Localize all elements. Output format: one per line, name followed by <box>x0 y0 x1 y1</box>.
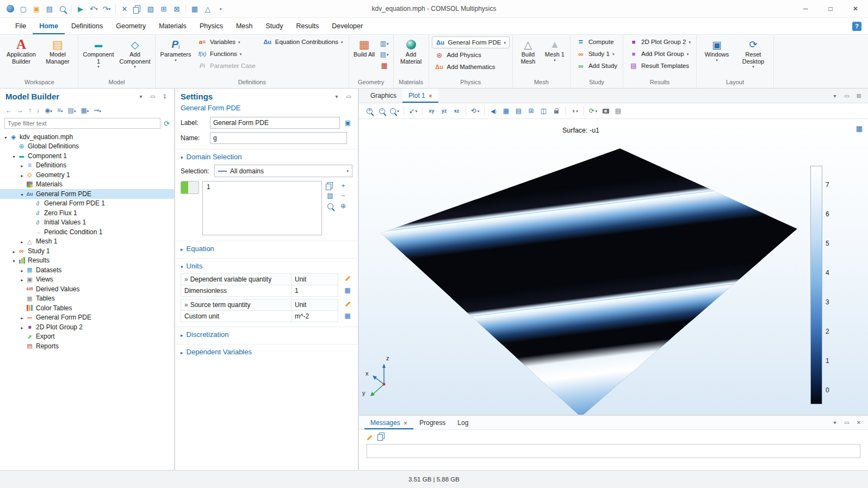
float-panel-icon[interactable]: ▭ <box>345 92 352 100</box>
paste-icon[interactable]: ▧ <box>145 3 157 15</box>
tree-node-mesh-1[interactable]: Mesh 1 <box>0 237 174 247</box>
section-dependent-variables[interactable]: Dependent Variables <box>175 344 358 358</box>
go-to-default-view-icon[interactable]: ↙▾ <box>408 105 418 117</box>
scene-light-icon[interactable]: ◑▾ <box>569 105 580 117</box>
parameters-button[interactable]: Parameters ▾ <box>158 36 193 62</box>
label-input[interactable] <box>210 117 340 129</box>
source-quantity-cell[interactable]: Custom unit <box>181 311 292 322</box>
tree-node-results[interactable]: Results <box>0 256 174 266</box>
plot-settings-icon[interactable]: ⊞ <box>526 105 536 117</box>
add-physics-button[interactable]: Add Physics <box>432 49 510 60</box>
view-xz-icon[interactable]: xz <box>451 105 462 117</box>
sound-icon[interactable] <box>488 105 499 117</box>
edit-unit-icon[interactable] <box>343 273 352 283</box>
tree-node-color-tables[interactable]: Color Tables <box>0 303 174 313</box>
mesh-1-button[interactable]: Mesh 1 ▾ <box>542 36 567 62</box>
build-mesh-button[interactable]: Build Mesh <box>516 36 541 65</box>
tree-node-geometry-1[interactable]: Geometry 1 <box>0 170 174 180</box>
component-1-button[interactable]: Component 1 ▾ <box>81 36 116 68</box>
remove-from-selection-icon[interactable]: − <box>338 191 348 200</box>
image-snapshot-icon[interactable]: ▦ <box>501 105 511 117</box>
plot-area[interactable]: Surface: -u1 ▦ <box>359 119 868 415</box>
tab-developer[interactable]: Developer <box>325 18 369 34</box>
view-xy-icon[interactable]: xy <box>426 105 437 117</box>
tree-node-general-form-pde-1[interactable]: General Form PDE 1 <box>0 199 174 209</box>
study-1-button[interactable]: Study 1 ▾ <box>573 48 620 59</box>
section-equation[interactable]: Equation <box>175 241 358 255</box>
show-options-icon[interactable]: ◉▾ <box>45 107 52 114</box>
tree-node-materials[interactable]: Materials <box>0 180 174 190</box>
refresh-view-icon[interactable]: ⟲▾ <box>470 105 480 117</box>
tab-file[interactable]: File <box>9 18 33 34</box>
tree-node-general-form-pde[interactable]: General Form PDE <box>0 189 174 199</box>
section-units[interactable]: Units <box>175 258 358 272</box>
collapse-options-icon[interactable]: ▦▾ <box>80 107 89 114</box>
plot-in-window-icon[interactable]: ◫ <box>538 105 549 117</box>
view-yz-icon[interactable]: yz <box>439 105 449 117</box>
help-button[interactable]: ? <box>852 22 861 31</box>
zoom-extents-icon[interactable]: ▾ <box>389 105 400 117</box>
chevron-right-icon[interactable] <box>18 171 26 179</box>
qat-customize-icon[interactable]: ▾ <box>215 3 227 15</box>
open-file-icon[interactable]: ▣ <box>30 3 42 15</box>
run-icon[interactable]: ▶ <box>75 3 86 15</box>
panel-menu-icon[interactable]: ▾ <box>831 419 839 427</box>
parameter-case-button[interactable]: Parameter Case <box>195 60 258 71</box>
plot-tab-close-icon[interactable] <box>429 92 433 99</box>
tab-physics[interactable]: Physics <box>193 18 230 34</box>
table-expand-icon[interactable] <box>184 301 190 309</box>
domain-selection-list[interactable]: 1 <box>202 181 322 235</box>
copy-messages-icon[interactable] <box>379 433 385 441</box>
chevron-right-icon[interactable] <box>18 323 26 331</box>
save-icon[interactable]: ▤ <box>44 3 55 15</box>
equation-contributions-button[interactable]: Equation Contributions ▾ <box>260 36 346 47</box>
windows-button[interactable]: Windows ▾ <box>699 36 734 62</box>
tree-node-2d-plot-group-2[interactable]: 2D Plot Group 2 <box>0 322 174 332</box>
chevron-right-icon[interactable] <box>18 276 26 283</box>
close-button[interactable]: ✕ <box>843 1 868 17</box>
chevron-right-icon[interactable] <box>10 247 17 255</box>
lock-axes-icon[interactable] <box>551 105 561 117</box>
tree-node-views[interactable]: Views <box>0 275 174 285</box>
tab-log[interactable]: Log <box>451 416 474 429</box>
zoom-to-selection-icon[interactable] <box>325 202 335 210</box>
reset-desktop-button[interactable]: Reset Desktop ▾ <box>736 36 771 68</box>
tree-node-periodic-condition-1[interactable]: Periodic Condition 1 <box>0 227 174 237</box>
minimize-button[interactable]: ─ <box>793 1 818 17</box>
name-input[interactable] <box>210 132 347 144</box>
tab-definitions[interactable]: Definitions <box>65 18 109 34</box>
evaluate-table-icon[interactable]: ▤ <box>513 105 524 117</box>
plot-group-button[interactable]: 2D Plot Group 2 ▾ <box>626 36 693 47</box>
tree-node-global-definitions[interactable]: Global Definitions <box>0 142 174 152</box>
variables-button[interactable]: Variables ▾ <box>195 36 258 47</box>
section-domain-selection[interactable]: Domain Selection <box>175 149 358 163</box>
chevron-down-icon[interactable] <box>10 152 17 160</box>
dependent-quantity-cell[interactable]: Dimensionless <box>181 285 292 297</box>
paste-selection-icon[interactable]: ▧ <box>325 191 335 200</box>
label-options-icon[interactable]: ▣ <box>343 118 352 128</box>
create-selection-icon[interactable]: ⊕ <box>338 202 348 210</box>
panel-menu-icon[interactable]: ▾ <box>333 92 340 100</box>
filter-options-icon[interactable]: ⊸▾ <box>94 107 101 114</box>
forward-icon[interactable]: → <box>17 107 23 114</box>
result-templates-button[interactable]: Result Templates <box>626 60 693 71</box>
redo-icon[interactable]: ↷▾ <box>101 3 113 15</box>
tab-materials[interactable]: Materials <box>152 18 193 34</box>
camera-icon[interactable] <box>600 105 611 117</box>
geometry-action-1-button[interactable]: ▾ <box>379 39 390 48</box>
tab-messages[interactable]: Messages <box>364 416 413 429</box>
messages-output-field[interactable] <box>367 444 860 458</box>
build-icon[interactable]: ▦ <box>189 3 201 15</box>
panel-menu-icon[interactable]: ▾ <box>137 92 145 100</box>
unit-display-icon[interactable]: ▦ <box>343 311 352 321</box>
dependent-unit-cell[interactable]: 1 <box>292 285 338 297</box>
add-plot-group-button[interactable]: Add Plot Group ▾ <box>626 48 693 59</box>
functions-button[interactable]: Functions ▾ <box>195 48 258 59</box>
tab-mesh[interactable]: Mesh <box>230 18 259 34</box>
source-unit-cell[interactable]: m^-2 <box>292 311 338 322</box>
chevron-down-icon[interactable] <box>18 190 26 198</box>
tab-results[interactable]: Results <box>290 18 326 34</box>
domain-list-item[interactable]: 1 <box>203 183 321 191</box>
print-icon[interactable]: ▤ <box>613 105 623 117</box>
model-tree-options-icon[interactable]: ▤▾ <box>68 107 76 114</box>
